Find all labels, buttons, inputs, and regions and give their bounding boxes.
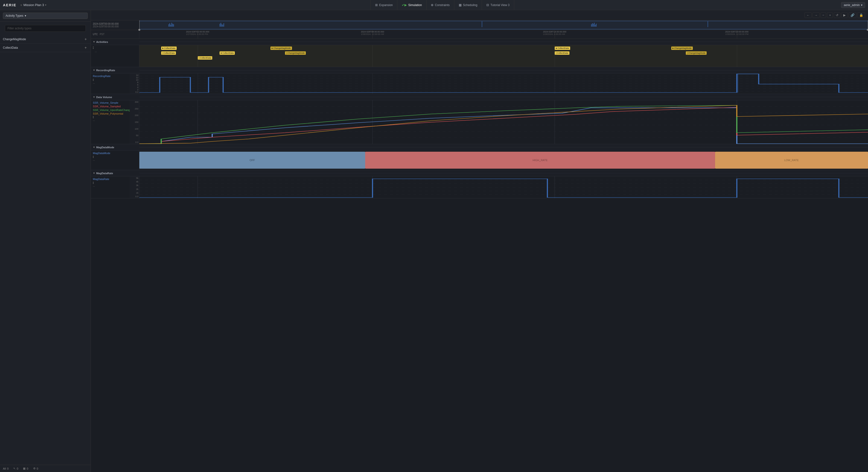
user-chevron: ▾	[861, 3, 862, 7]
dv-canvas[interactable]	[140, 100, 868, 144]
nav-item-scheduling[interactable]: ▦ Scheduling	[454, 0, 482, 10]
status-all-label: All	[3, 467, 6, 470]
ssr-uponrate-label[interactable]: SSR_Volume_UponRateChange	[93, 108, 128, 112]
data-volume-label: Data Volume	[96, 96, 112, 99]
tick-label-utc-1: 2024-028T08:00:00.000	[361, 31, 384, 33]
activities-ellipsis: ...	[93, 49, 99, 53]
simulation-icon: ✔▶	[402, 3, 407, 7]
time-overview-row: 2024-028T00:00:00.000 2024-029T00:00:00.…	[91, 20, 868, 30]
mission-plan-label: Mission Plan 3	[24, 3, 44, 7]
dv-dot1	[93, 116, 94, 117]
mag-rate-arrow[interactable]: ▼	[93, 172, 95, 175]
chip-collectdata-6[interactable]: | CollectData	[555, 51, 569, 55]
recording-rate-label: RecordingRate	[96, 69, 115, 72]
add-collectdata-button[interactable]: +	[84, 45, 88, 50]
status-all-count: 0	[7, 467, 8, 470]
chip-changemagmode-3[interactable]: ▶ ChangeMagMode	[671, 46, 693, 50]
rr-left: RecordingRate ...	[91, 73, 130, 94]
activities-canvas[interactable]: ▶ CollectData ▶ ChangeMagMode | CollectD…	[140, 45, 868, 67]
chip-collectdata-5[interactable]: ▶ CollectData	[555, 46, 570, 50]
mission-plan-button[interactable]: Mission Plan 3 ▾	[24, 3, 46, 7]
nav-item-simulation[interactable]: ✔▶ Simulation	[397, 0, 427, 10]
mission-plan-chevron: ▾	[45, 4, 46, 6]
nav-item-tutorial[interactable]: ⊟ Tutorial View 3	[482, 0, 514, 10]
nav-item-constraints[interactable]: ⊕ Constraints	[427, 0, 454, 10]
utc-label: UTC	[93, 33, 98, 36]
list-item-changemagmode[interactable]: ChangeMagMode +	[0, 35, 91, 43]
nav-item-expansion[interactable]: ⊞ Expansion	[371, 0, 397, 10]
ssr-poly-label[interactable]: SSR_Volume_Polynomial	[93, 112, 128, 115]
mag-mode-arrow[interactable]: ▼	[93, 146, 95, 149]
dv-scale-300: 300	[135, 101, 138, 103]
lock-button[interactable]: 🔒	[857, 12, 865, 18]
zoom-in-button[interactable]: +	[827, 12, 833, 18]
timeline-area[interactable]: 2024-028T00:00:00.000 2024-029T00:00:00.…	[91, 20, 868, 472]
chip-icon-10: |	[687, 52, 687, 54]
mag-dot2	[93, 157, 94, 158]
mag-rate-scale: 5k 4k 3k 2k 1k 0.0	[130, 177, 140, 198]
rr-canvas[interactable]	[140, 73, 868, 94]
rr-series-label[interactable]: RecordingRate	[93, 75, 111, 77]
mag-mode-content: MagDataMode ... OFF	[91, 151, 868, 170]
logo: AERIE	[3, 3, 17, 7]
chip-changemagmode-4[interactable]: | ChangeMagMode	[686, 51, 707, 55]
grid-icon: ▦	[23, 467, 26, 470]
chip-changemagmode-1[interactable]: ▶ ChangeMagMode	[271, 46, 292, 50]
mag-rate-header: ▼ MagDataRate	[91, 170, 868, 177]
back-button[interactable]: ←	[805, 12, 811, 18]
play-button[interactable]: ▶	[841, 12, 848, 18]
chip-icon-8: ▶	[673, 47, 674, 49]
refresh-button[interactable]: ↺	[834, 12, 840, 18]
status-bar: All 0 ↖ 0 ▦ 0 ⚙ 0	[0, 465, 91, 472]
rr-scale-14: 14	[136, 74, 138, 76]
ssr-sampled-label[interactable]: SSR_Volume_Sampled	[93, 105, 128, 108]
recording-rate-section: ▼ RecordingRate RecordingRate ...	[91, 67, 868, 94]
rr-scale-12: 12	[136, 76, 138, 79]
list-item-collectdata[interactable]: CollectData +	[0, 43, 91, 52]
dv-dot2	[93, 117, 94, 118]
cursor-icon: ↖	[13, 467, 16, 470]
mr-scale-1k: 1k	[136, 192, 138, 194]
rr-scale-8: 8	[137, 81, 138, 84]
activity-types-button[interactable]: Activity Types ▾	[3, 12, 88, 19]
mag-mode-canvas[interactable]: OFF HIGH_RATE LOW_RATE	[140, 151, 868, 170]
add-changemagmode-button[interactable]: +	[84, 37, 88, 41]
chip-collectdata-3[interactable]: ▶ CollectData	[220, 51, 235, 55]
forward-button[interactable]: →	[812, 12, 819, 18]
zoom-out-button[interactable]: −	[820, 12, 826, 18]
mag-rate-series-label[interactable]: MagDataRate	[93, 178, 109, 181]
chip-icon-9: |	[556, 52, 556, 54]
ssr-simple-label[interactable]: SSR_Volume_Simple	[93, 101, 128, 104]
mag-rate-canvas[interactable]	[140, 177, 868, 198]
filter-input[interactable]	[5, 25, 86, 32]
rr-ellipsis: ...	[93, 81, 95, 84]
scheduling-label: Scheduling	[463, 3, 477, 7]
mini-bar-single2	[708, 21, 708, 27]
chip-collectdata-1[interactable]: ▶ CollectData	[161, 46, 177, 50]
recording-rate-arrow[interactable]: ▼	[93, 69, 95, 71]
mag-mode-header: ▼ MagDataMode	[91, 144, 868, 151]
mag-rate-label: MagDataRate	[96, 172, 113, 175]
activities-arrow[interactable]: ▼	[93, 40, 95, 43]
chip-collectdata-2[interactable]: | CollectData	[161, 51, 176, 55]
mag-rate-content: MagDataRate ... 5k 4k 3k 2k 1k 0.0	[91, 177, 868, 198]
mag-mode-series-label[interactable]: MagDataMode	[93, 152, 110, 155]
link-button[interactable]: 🔗	[848, 12, 856, 18]
user-button[interactable]: aerie_admin ▾	[841, 2, 865, 8]
data-volume-arrow[interactable]: ▼	[93, 96, 95, 98]
time-range-labels: 2024-028T00:00:00.000 2024-029T00:00:00.…	[91, 20, 140, 30]
mini-bars-left	[168, 22, 178, 27]
mr-dot1	[93, 182, 94, 183]
constraints-icon: ⊕	[431, 3, 434, 7]
overview-bar[interactable]	[140, 20, 868, 30]
pst-label: PST	[100, 33, 104, 36]
dv-scale-200: 200	[135, 114, 138, 117]
recording-rate-header: ▼ RecordingRate	[91, 67, 868, 73]
rr-chart-svg2	[140, 73, 868, 94]
settings-icon: ⚙	[33, 467, 36, 470]
chip-changemagmode-2[interactable]: | ChangeMagMode	[285, 51, 306, 55]
rr-scale-2: 2	[137, 89, 138, 91]
chip-collectdata-4[interactable]: | CollectData	[198, 56, 213, 60]
nav-separator: ▾	[20, 3, 22, 7]
logo-text: AERIE	[3, 3, 17, 7]
